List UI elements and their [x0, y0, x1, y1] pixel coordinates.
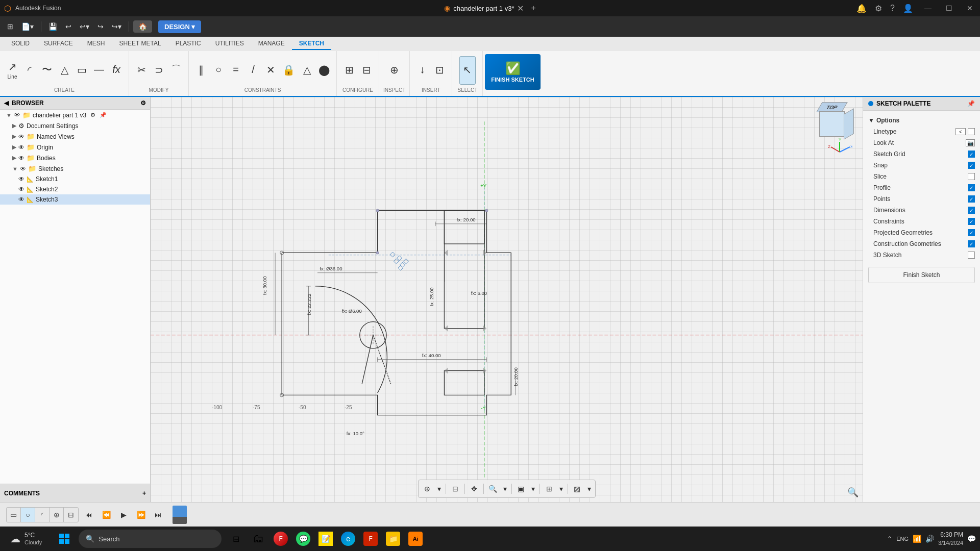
sketch-constraint-tool[interactable]: ⊟	[64, 508, 78, 522]
comments-add-icon[interactable]: +	[142, 490, 146, 497]
browser-item-origin[interactable]: ▶ 👁 📁 Origin	[0, 142, 150, 153]
select-btn1[interactable]: ↖	[459, 56, 476, 85]
edge-button[interactable]: e	[338, 529, 358, 549]
orbit-tool-button[interactable]: ⊕	[420, 482, 434, 496]
weather-widget[interactable]: ☁ 5°C Cloudy	[4, 527, 48, 551]
lock-constraint-button[interactable]: 🔒	[280, 56, 298, 85]
settings-icon[interactable]: ⚙	[875, 4, 882, 13]
tab-sheet-metal[interactable]: SHEET METAL	[112, 38, 168, 50]
visibility-bodies[interactable]: 👁	[18, 155, 24, 162]
orbit-arrow-button[interactable]: ▾	[435, 482, 444, 496]
sketch-move-tool[interactable]: ⊕	[50, 508, 64, 522]
file-menu-button[interactable]: 📄▾	[18, 20, 37, 33]
tray-expand-icon[interactable]: ⌃	[887, 535, 892, 542]
spline-tool-button[interactable]: 〜	[39, 56, 55, 85]
visibility-origin[interactable]: 👁	[18, 144, 24, 151]
illustrator-button[interactable]: Ai	[405, 529, 426, 549]
home-button[interactable]: 🏠	[133, 20, 152, 33]
fx-tool-button[interactable]: fx	[108, 56, 125, 85]
grid-display-button[interactable]: ⊞	[542, 482, 556, 496]
undo-arrow-button[interactable]: ↩▾	[77, 20, 92, 33]
arc-tool-button[interactable]: ◜	[21, 56, 38, 85]
tab-surface[interactable]: SURFACE	[37, 38, 80, 50]
file-explorer-button[interactable]: 🗂	[248, 529, 268, 549]
root-visibility-icon[interactable]: 👁	[14, 111, 20, 119]
notifications-taskbar-icon[interactable]: 💬	[967, 535, 976, 543]
display-mode-arrow-button[interactable]: ▾	[529, 482, 537, 496]
look-at-button[interactable]: 📷	[966, 139, 975, 146]
design-button[interactable]: DESIGN ▾	[158, 20, 201, 33]
canvas-search-icon[interactable]: 🔍	[847, 487, 859, 498]
sketch-circle-tool[interactable]: ○	[21, 508, 35, 522]
app-red-circle[interactable]: F	[271, 529, 291, 549]
browser-item-sketch3[interactable]: 👁 📐 Sketch3	[0, 194, 150, 205]
zoom-button[interactable]: 🔍	[486, 482, 500, 496]
triangle-constraint-button[interactable]: △	[299, 56, 315, 85]
visibility-named-views[interactable]: 👁	[18, 133, 24, 140]
canvas-area[interactable]: fx: 20.00 fx: Ø36.00 fx: 22.222 fx: Ø6.0…	[151, 97, 863, 502]
cube-face-right[interactable]	[844, 108, 854, 140]
insert-btn1[interactable]: ↓	[414, 56, 430, 85]
line2-tool-button[interactable]: —	[91, 56, 107, 85]
browser-settings-icon[interactable]: ⚙	[140, 99, 146, 107]
finish-sketch-ribbon-button[interactable]: ✅ FINISH SKETCH	[485, 54, 540, 90]
line-tool-button[interactable]: ↗Line	[4, 56, 20, 85]
tab-manage[interactable]: MANAGE	[251, 38, 292, 50]
viewport-arrow-button[interactable]: ▾	[585, 482, 594, 496]
first-frame-button[interactable]: ⏮	[82, 508, 96, 522]
notifications-icon[interactable]: 🔔	[856, 4, 867, 13]
cross-constraint-button[interactable]: ✕	[262, 56, 279, 85]
constraints-checkbox[interactable]: ✓	[968, 218, 975, 225]
finish-sketch-palette-button[interactable]: Finish Sketch	[868, 267, 975, 283]
save-button[interactable]: 💾	[45, 20, 60, 33]
start-button[interactable]	[54, 529, 75, 549]
maximize-button[interactable]: ☐	[943, 3, 955, 13]
taskbar-search-bar[interactable]: 🔍 Search	[79, 530, 222, 548]
sticky-notes-button[interactable]: 📝	[315, 529, 336, 549]
visibility-sketches[interactable]: 👁	[20, 165, 26, 172]
linetype-checkbox[interactable]	[968, 128, 975, 135]
root-settings-icon[interactable]: ⚙	[90, 112, 95, 118]
redo-button[interactable]: ↪	[94, 20, 107, 33]
linetype-preview[interactable]: <	[955, 128, 966, 135]
task-view-button[interactable]: ⊟	[226, 529, 246, 549]
browser-item-named-views[interactable]: ▶ 👁 📁 Named Views	[0, 131, 150, 142]
grid-menu-button[interactable]: ⊞	[4, 20, 16, 33]
ellipse-constraint-button[interactable]: ⬤	[316, 56, 332, 85]
browser-item-bodies[interactable]: ▶ 👁 📁 Bodies	[0, 153, 150, 163]
redo-arrow-button[interactable]: ↪▾	[109, 20, 125, 33]
prev-frame-button[interactable]: ⏪	[99, 508, 113, 522]
close-button[interactable]: ✕	[964, 3, 976, 13]
foxit-button[interactable]: F	[360, 529, 381, 549]
dimensions-checkbox[interactable]: ✓	[968, 207, 975, 214]
undo-button[interactable]: ↩	[62, 20, 75, 33]
palette-pin-icon[interactable]: 📌	[967, 100, 975, 107]
play-button[interactable]: ▶	[116, 508, 131, 522]
taskbar-clock[interactable]: 6:30 PM 3/14/2024	[938, 531, 963, 547]
equal-constraint-button[interactable]: =	[228, 56, 244, 85]
sketch-arc-tool[interactable]: ◜	[35, 508, 50, 522]
network-icon[interactable]: 📶	[913, 535, 921, 543]
browser-item-sketches[interactable]: ▼ 👁 📁 Sketches	[0, 163, 150, 174]
visibility-sketch2[interactable]: 👁	[18, 186, 24, 193]
tab-mesh[interactable]: MESH	[80, 38, 112, 50]
visibility-sketch1[interactable]: 👁	[18, 176, 24, 183]
points-checkbox[interactable]: ✓	[968, 195, 975, 203]
whatsapp-button[interactable]: 💬	[293, 529, 313, 549]
browser-root-item[interactable]: ▼ 👁 📁 chandelier part 1 v3 ⚙ 📌	[0, 110, 150, 120]
circle-constraint-button[interactable]: ○	[210, 56, 227, 85]
snap-checkbox[interactable]: ✓	[968, 162, 975, 169]
fillet-tool-button[interactable]: ⌒	[168, 56, 184, 85]
user-icon[interactable]: 👤	[903, 4, 913, 13]
comments-bar[interactable]: COMMENTS +	[0, 484, 150, 502]
grid-arrow-button[interactable]: ▾	[557, 482, 566, 496]
browser-item-sketch1[interactable]: 👁 📐 Sketch1	[0, 174, 150, 184]
cube-face-top[interactable]: TOP	[816, 102, 848, 112]
cube-face-front[interactable]	[819, 111, 845, 137]
tab-sketch[interactable]: SKETCH	[292, 38, 331, 50]
close-tab-icon[interactable]: ✕	[517, 4, 524, 13]
look-at-button[interactable]: ⊟	[448, 482, 462, 496]
browser-item-sketch2[interactable]: 👁 📐 Sketch2	[0, 184, 150, 194]
display-mode-button[interactable]: ▣	[514, 482, 528, 496]
last-frame-button[interactable]: ⏭	[151, 508, 165, 522]
